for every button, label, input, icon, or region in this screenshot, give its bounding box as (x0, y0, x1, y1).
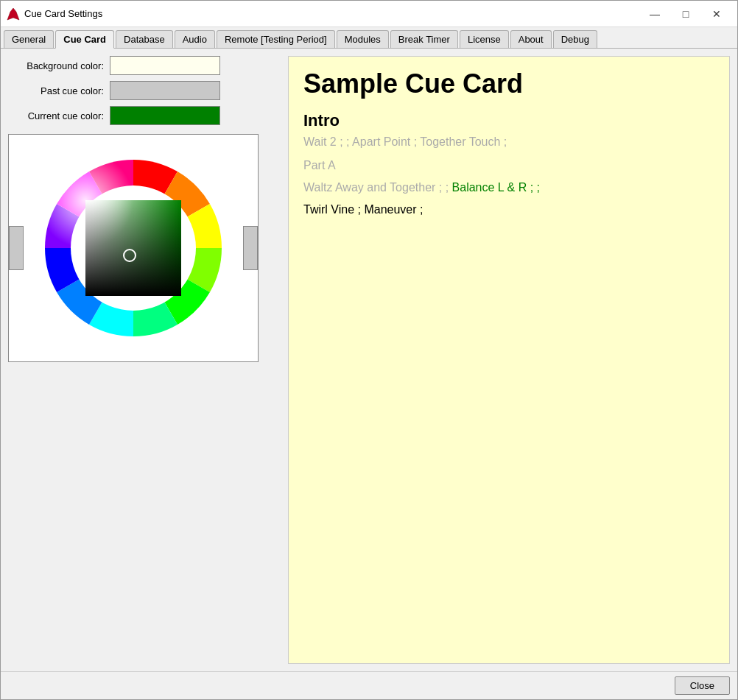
main-window: Cue Card Settings — □ ✕ General Cue Card… (0, 0, 738, 700)
tab-bar: General Cue Card Database Audio Remote [… (1, 27, 737, 49)
svg-marker-0 (7, 8, 19, 20)
tab-about[interactable]: About (510, 30, 552, 48)
tab-debug[interactable]: Debug (553, 30, 597, 48)
tab-audio[interactable]: Audio (175, 30, 215, 48)
past-color-label: Past cue color: (8, 85, 104, 96)
tab-cue-card[interactable]: Cue Card (55, 30, 114, 49)
tab-remote[interactable]: Remote [Testing Period] (217, 30, 335, 48)
color-picker[interactable] (8, 134, 259, 362)
svg-rect-5 (85, 200, 181, 296)
main-content: Background color: Past cue color: Curren… (1, 49, 737, 671)
tab-modules[interactable]: Modules (337, 30, 389, 48)
minimize-button[interactable]: — (640, 5, 670, 23)
close-button[interactable]: Close (675, 676, 730, 695)
title-bar: Cue Card Settings — □ ✕ (1, 1, 737, 27)
past-color-swatch[interactable] (110, 81, 220, 100)
scroll-right-button[interactable] (243, 226, 258, 270)
tab-database[interactable]: Database (116, 30, 173, 48)
footer: Close (1, 671, 737, 699)
current-color-swatch[interactable] (110, 106, 220, 125)
current-color-row: Current cue color: (8, 106, 281, 125)
sample-card-title: Sample Cue Card (303, 68, 714, 99)
section-part-a: Part A (303, 157, 714, 174)
color-wheel[interactable] (30, 145, 236, 351)
background-color-swatch[interactable] (110, 56, 220, 75)
current-cue-line: Waltz Away and Together ; ; Balance L & … (303, 179, 714, 197)
part-a-label: Part A (303, 159, 336, 172)
tab-license[interactable]: License (460, 30, 509, 48)
past-line-2: Waltz Away and Together ; ; (303, 181, 452, 194)
current-normal-line: Twirl Vine ; Maneuver ; (303, 201, 714, 219)
background-color-row: Background color: (8, 56, 281, 75)
maximize-button[interactable]: □ (671, 5, 700, 23)
background-color-label: Background color: (8, 60, 104, 71)
section-intro: Intro (303, 111, 714, 130)
left-panel: Background color: Past cue color: Curren… (8, 56, 281, 664)
current-highlight: Balance L & R ; ; (452, 181, 540, 194)
window-title: Cue Card Settings (24, 8, 640, 19)
scroll-left-button[interactable] (9, 226, 24, 270)
current-color-label: Current cue color: (8, 110, 104, 121)
window-controls: — □ ✕ (640, 5, 731, 23)
tab-break-timer[interactable]: Break Timer (390, 30, 458, 48)
past-color-row: Past cue color: (8, 81, 281, 100)
app-icon (7, 7, 20, 21)
tab-general[interactable]: General (4, 30, 54, 48)
past-cue-line-1: Wait 2 ; ; Apart Point ; Together Touch … (303, 133, 714, 151)
close-window-button[interactable]: ✕ (702, 5, 731, 23)
sample-cue-card: Sample Cue Card Intro Wait 2 ; ; Apart P… (288, 56, 730, 664)
